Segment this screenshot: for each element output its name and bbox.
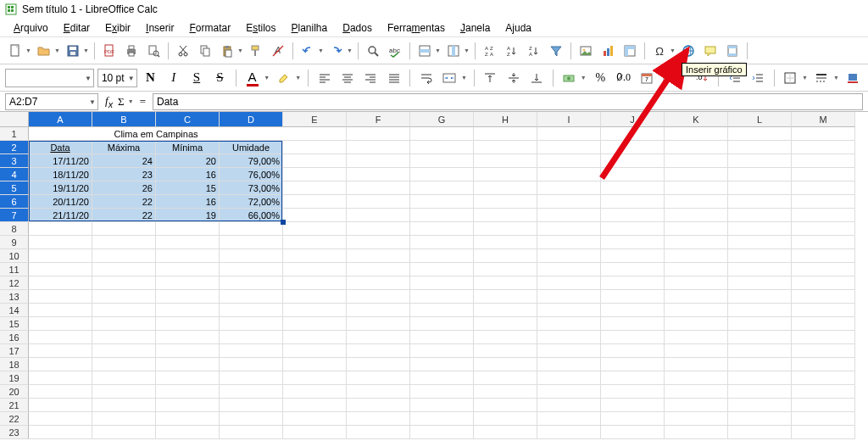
cell-A7[interactable]: 21/11/20 [29,209,92,222]
cell-L22[interactable] [728,412,792,426]
cell-E5[interactable] [283,181,347,195]
cell-M10[interactable] [792,249,855,263]
cell-L10[interactable] [728,249,792,263]
cell-D20[interactable] [220,385,283,399]
cell-F10[interactable] [347,249,410,263]
cell-L13[interactable] [728,290,792,304]
cell-B18[interactable] [92,358,156,371]
cell-K2[interactable] [665,141,728,154]
dropdown-icon[interactable]: ▼ [25,47,32,53]
fill-handle[interactable] [281,220,286,225]
cell-D13[interactable] [220,290,283,304]
menu-arquivo[interactable]: Arquivo [7,20,55,36]
cell-I3[interactable] [537,154,601,168]
cell-C23[interactable] [156,426,220,439]
row-header-9[interactable]: 9 [0,236,29,249]
cell-J19[interactable] [601,371,665,385]
insert-image-icon[interactable] [576,41,596,61]
cell-G11[interactable] [410,263,474,276]
cell-F22[interactable] [347,412,410,426]
row-icon[interactable] [415,41,435,61]
menu-ferramentas[interactable]: Ferramentas [381,20,452,36]
row-header-3[interactable]: 3 [0,154,29,168]
cell-B21[interactable] [92,399,156,412]
cell-J12[interactable] [601,276,665,290]
cell-J5[interactable] [601,181,665,195]
cell-K6[interactable] [665,195,728,209]
cell-E13[interactable] [283,290,347,304]
cell-C9[interactable] [156,236,220,249]
cell-B17[interactable] [92,344,156,358]
cell-C21[interactable] [156,399,220,412]
cell-H6[interactable] [474,195,537,209]
open-icon[interactable] [34,41,54,61]
cell-A14[interactable] [29,304,92,317]
cell-H3[interactable] [474,154,537,168]
row-header-15[interactable]: 15 [0,317,29,331]
cell-D3[interactable]: 79,00% [220,154,283,168]
export-pdf-icon[interactable]: PDF [99,41,120,61]
cell-H22[interactable] [474,412,537,426]
cell-E4[interactable] [283,168,347,181]
cell-M12[interactable] [792,276,855,290]
cell-H20[interactable] [474,385,537,399]
cell-A15[interactable] [29,317,92,331]
select-all-corner[interactable] [0,112,29,127]
cell-D22[interactable] [220,412,283,426]
cell-M21[interactable] [792,399,855,412]
row-header-5[interactable]: 5 [0,181,29,195]
cell-L5[interactable] [728,181,792,195]
menu-inserir[interactable]: Inserir [139,20,181,36]
menu-formatar[interactable]: Formatar [182,20,237,36]
col-header-L[interactable]: L [728,112,792,127]
dropdown-icon[interactable]: ▼ [83,47,90,53]
formula-input[interactable]: Data [153,93,863,110]
italic-icon[interactable]: I [164,68,183,88]
cell-F7[interactable] [347,209,410,222]
cell-C11[interactable] [156,263,220,276]
dropdown-icon[interactable]: ▼ [802,75,809,81]
cell-J20[interactable] [601,385,665,399]
cell-J9[interactable] [601,236,665,249]
font-name-combo[interactable]: ▼ [5,69,94,87]
cell-L14[interactable] [728,304,792,317]
align-left-icon[interactable] [314,68,334,88]
cell-C3[interactable]: 20 [156,154,220,168]
row-header-18[interactable]: 18 [0,358,29,371]
cell-J21[interactable] [601,399,665,412]
cell-M5[interactable] [792,181,855,195]
cell-E11[interactable] [283,263,347,276]
save-icon[interactable] [63,41,83,61]
menu-ajuda[interactable]: Ajuda [498,20,538,36]
row-header-14[interactable]: 14 [0,304,29,317]
cell-K17[interactable] [665,344,728,358]
row-header-19[interactable]: 19 [0,371,29,385]
cell-M16[interactable] [792,331,855,344]
cell-reference-input[interactable]: A2:D7▼ [5,93,98,110]
cell-K13[interactable] [665,290,728,304]
cell-I14[interactable] [537,304,601,317]
cell-H4[interactable] [474,168,537,181]
col-header-I[interactable]: I [537,112,601,127]
align-center-icon[interactable] [337,68,357,88]
cell-M15[interactable] [792,317,855,331]
cell-G18[interactable] [410,358,474,371]
function-wizard-icon[interactable]: fx [105,94,113,109]
dropdown-icon[interactable]: ▼ [237,47,244,53]
dropdown-icon[interactable]: ▼ [464,47,470,53]
cell-F3[interactable] [347,154,410,168]
wrap-text-icon[interactable] [416,68,436,88]
currency-icon[interactable] [559,68,579,88]
cell-A19[interactable] [29,371,92,385]
dropdown-icon[interactable]: ▼ [318,47,325,53]
cell-D12[interactable] [220,276,283,290]
cell-L6[interactable] [728,195,792,209]
cell-K11[interactable] [665,263,728,276]
cell-E7[interactable] [283,209,347,222]
cell-D21[interactable] [220,399,283,412]
cell-J6[interactable] [601,195,665,209]
paste-icon[interactable] [217,41,237,61]
col-header-D[interactable]: D [220,112,283,127]
cell-M2[interactable] [792,141,855,154]
cell-B10[interactable] [92,249,156,263]
